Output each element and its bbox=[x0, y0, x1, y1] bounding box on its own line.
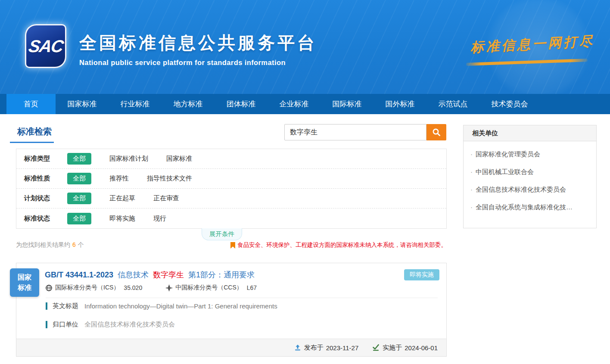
field-value: 全国信息技术标准化技术委员会 bbox=[84, 320, 175, 329]
ics-group: 国际标准分类号（ICS） 35.020 bbox=[46, 284, 142, 292]
filter-all-button[interactable]: 全部 bbox=[67, 153, 91, 165]
related-unit-label: 国家标准化管理委员会 bbox=[476, 150, 540, 158]
implemented-date-group: 实施于 2024-06-01 bbox=[372, 344, 438, 352]
implemented-date: 2024-06-01 bbox=[405, 344, 438, 352]
standard-title-row: GB/T 43441.1-2023 信息技术 数字孪生 第1部分：通用要求 即将… bbox=[45, 268, 439, 281]
field-english-title: 英文标题 Information technology—Digital twin… bbox=[46, 302, 277, 310]
related-units-panel: 相关单位 ·国家标准化管理委员会 ·中国机械工业联合会 ·全国信息技术标准化技术… bbox=[463, 125, 597, 228]
implement-check-icon bbox=[372, 344, 380, 351]
filter-label: 标准类型 bbox=[24, 155, 58, 163]
list-bullet: · bbox=[470, 203, 473, 211]
filter-label: 标准性质 bbox=[24, 174, 58, 183]
search-icon bbox=[432, 128, 441, 137]
filter-row-standard-type: 标准类型 全部 国家标准计划 国家标准 bbox=[16, 149, 446, 169]
related-units-list: ·国家标准化管理委员会 ·中国机械工业联合会 ·全国信息技术标准化技术委员会 ·… bbox=[464, 141, 596, 216]
published-label: 发布于 bbox=[304, 344, 324, 352]
filter-option[interactable]: 正在起草 bbox=[109, 194, 135, 202]
related-unit-link[interactable]: ·全国信息技术标准化技术委员会 bbox=[464, 181, 596, 199]
banner-slogan: 标准信息一网打尽 bbox=[470, 32, 595, 56]
field-label: 归口单位 bbox=[53, 320, 78, 329]
ccs-value: L67 bbox=[247, 284, 257, 291]
nav-item-home[interactable]: 首页 bbox=[6, 94, 56, 114]
standard-title-part2[interactable]: 第1部分：通用要求 bbox=[188, 270, 255, 280]
field-marker-bar bbox=[46, 321, 47, 328]
standard-code-link[interactable]: GB/T 43441.1-2023 bbox=[45, 271, 113, 280]
site-banner: SAC 全国标准信息公共服务平台 National public service… bbox=[0, 0, 610, 94]
filter-option[interactable]: 正在审查 bbox=[153, 194, 179, 202]
expand-conditions-button[interactable]: 展开条件 bbox=[202, 228, 242, 240]
sac-logo-text: SAC bbox=[27, 37, 64, 56]
field-marker-bar bbox=[46, 302, 47, 310]
compass-icon bbox=[166, 285, 172, 291]
standard-title-part1[interactable]: 信息技术 bbox=[118, 270, 149, 280]
search-button[interactable] bbox=[426, 124, 446, 140]
bookmark-icon bbox=[230, 242, 235, 249]
system-notice-text: 食品安全、环境保护、工程建设方面的国家标准未纳入本系统，请咨询相关部委。 bbox=[237, 241, 447, 249]
related-unit-link[interactable]: ·中国机械工业联合会 bbox=[464, 163, 596, 181]
nav-item-international-standards[interactable]: 国际标准 bbox=[321, 94, 373, 114]
standard-result-card: 国家 标准 GB/T 43441.1-2023 信息技术 数字孪生 第1部分：通… bbox=[16, 263, 447, 357]
related-unit-link[interactable]: ·国家标准化管理委员会 bbox=[464, 146, 596, 163]
category-badge-line1: 国家 bbox=[10, 272, 39, 283]
filter-all-button[interactable]: 全部 bbox=[67, 193, 91, 204]
publish-upload-icon bbox=[294, 344, 301, 351]
nav-item-technical-committees[interactable]: 技术委员会 bbox=[479, 94, 540, 114]
results-info-bar: 为您找到相关结果约6个 食品安全、环境保护、工程建设方面的国家标准未纳入本系统，… bbox=[16, 241, 447, 249]
main-nav: 首页 国家标准 行业标准 地方标准 团体标准 企业标准 国际标准 国外标准 示范… bbox=[0, 94, 610, 114]
results-count-number: 6 bbox=[72, 241, 76, 248]
nav-item-group-standards[interactable]: 团体标准 bbox=[215, 94, 268, 114]
list-bullet: · bbox=[470, 186, 473, 193]
search-input[interactable] bbox=[284, 124, 426, 140]
category-badge-national-standard[interactable]: 国家 标准 bbox=[10, 268, 39, 297]
page-title-standard-search: 标准检索 bbox=[17, 126, 52, 137]
standard-title-highlight[interactable]: 数字孪生 bbox=[153, 270, 184, 280]
sac-logo[interactable]: SAC bbox=[25, 24, 66, 68]
nav-item-pilot-programs[interactable]: 示范试点 bbox=[426, 94, 479, 114]
published-date-group: 发布于 2023-11-27 bbox=[294, 344, 359, 352]
nav-item-enterprise-standards[interactable]: 企业标准 bbox=[268, 94, 321, 114]
filter-all-button[interactable]: 全部 bbox=[67, 213, 91, 224]
slogan-underline-decoration bbox=[466, 59, 588, 66]
filter-option[interactable]: 现行 bbox=[153, 215, 166, 223]
card-footer: 发布于 2023-11-27 实施于 2024-06-01 bbox=[16, 339, 446, 356]
filter-option[interactable]: 国家标准计划 bbox=[109, 155, 148, 163]
filter-panel: 标准类型 全部 国家标准计划 国家标准 标准性质 全部 推荐性 指导性技术文件 … bbox=[16, 149, 447, 229]
site-title-group: 全国标准信息公共服务平台 National public service pla… bbox=[79, 31, 317, 67]
filter-row-plan-status: 计划状态 全部 正在起草 正在审查 bbox=[16, 189, 446, 208]
nav-item-foreign-standards[interactable]: 国外标准 bbox=[373, 94, 426, 114]
field-competent-committee: 归口单位 全国信息技术标准化技术委员会 bbox=[46, 320, 175, 329]
published-date: 2023-11-27 bbox=[326, 344, 359, 352]
implemented-label: 实施于 bbox=[383, 344, 402, 352]
section-title-underline bbox=[10, 142, 54, 143]
results-count-suffix: 个 bbox=[78, 241, 84, 248]
related-unit-link[interactable]: ·全国自动化系统与集成标准化技… bbox=[464, 199, 596, 216]
nav-item-industry-standards[interactable]: 行业标准 bbox=[109, 94, 162, 114]
filter-option[interactable]: 国家标准 bbox=[166, 155, 192, 163]
filter-row-standard-status: 标准状态 全部 即将实施 现行 bbox=[16, 208, 446, 228]
ccs-label: 中国标准分类号（CCS） bbox=[175, 284, 243, 292]
category-badge-line2: 标准 bbox=[10, 283, 39, 293]
site-title-english: National public service platform for sta… bbox=[79, 59, 317, 67]
related-units-title: 相关单位 bbox=[464, 125, 596, 141]
field-label: 英文标题 bbox=[53, 302, 78, 310]
related-unit-label: 全国自动化系统与集成标准化技… bbox=[476, 203, 573, 211]
system-notice: 食品安全、环境保护、工程建设方面的国家标准未纳入本系统，请咨询相关部委。 bbox=[230, 241, 447, 249]
filter-option[interactable]: 指导性技术文件 bbox=[147, 174, 192, 183]
related-unit-label: 中国机械工业联合会 bbox=[476, 168, 534, 175]
filter-option[interactable]: 即将实施 bbox=[109, 215, 135, 223]
card-divider bbox=[46, 298, 438, 298]
nav-item-national-standards[interactable]: 国家标准 bbox=[56, 94, 109, 114]
field-value: Information technology—Digital twin—Part… bbox=[84, 302, 277, 310]
filter-all-button[interactable]: 全部 bbox=[67, 173, 91, 184]
classification-row: 国际标准分类号（ICS） 35.020 中国标准分类号（CCS） L67 bbox=[46, 284, 257, 292]
filter-label: 计划状态 bbox=[24, 194, 58, 202]
nav-item-local-standards[interactable]: 地方标准 bbox=[162, 94, 215, 114]
filter-row-standard-nature: 标准性质 全部 推荐性 指导性技术文件 bbox=[16, 169, 446, 189]
globe-icon bbox=[46, 285, 52, 291]
site-title-chinese: 全国标准信息公共服务平台 bbox=[79, 31, 317, 55]
filter-option[interactable]: 推荐性 bbox=[109, 174, 129, 183]
results-count: 为您找到相关结果约6个 bbox=[16, 241, 84, 249]
ics-value: 35.020 bbox=[124, 284, 142, 291]
list-bullet: · bbox=[470, 150, 473, 158]
filter-label: 标准状态 bbox=[24, 215, 58, 223]
